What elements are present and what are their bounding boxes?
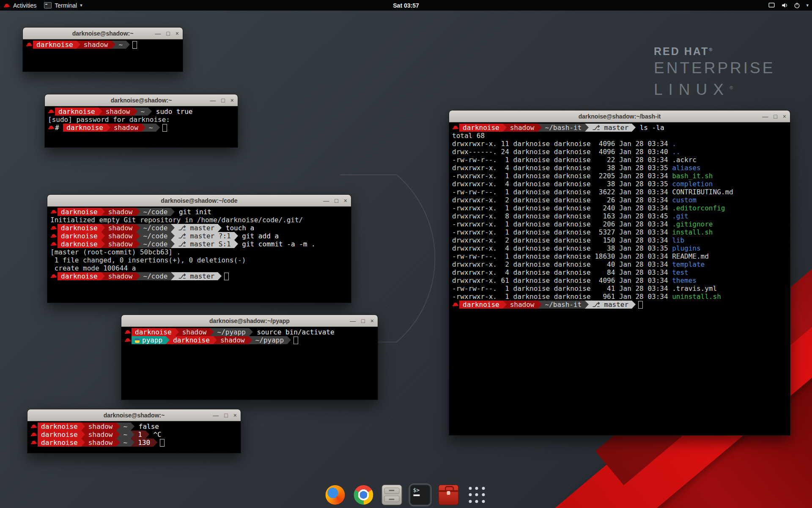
close-button[interactable]: × [230, 97, 234, 103]
terminal-content[interactable]: darknoiseshadow~/pyapp source bin/activa… [121, 327, 378, 400]
close-button[interactable]: × [176, 30, 179, 36]
output-line: -rwxrwxr-x. 1 darknoise darknoise 5327 J… [452, 228, 787, 236]
prompt-line: darknoiseshadow~ false [30, 422, 238, 431]
directory-name: aliases [672, 164, 700, 172]
output-text: -rwxrwxr-x. 1 darknoise darknoise 5327 J… [452, 228, 672, 236]
output-text: -rwxrwxr-x. 1 darknoise darknoise 240 Ja… [452, 204, 672, 212]
powerline-separator [101, 208, 105, 216]
titlebar[interactable]: darknoise@shadow:~/code—□× [47, 195, 351, 207]
prompt-segment-host: shadow [105, 232, 136, 240]
dock-item-files[interactable] [381, 483, 403, 506]
maximize-button[interactable]: □ [335, 198, 338, 204]
terminal-cursor-bar [414, 494, 420, 496]
powerline-separator [171, 272, 175, 280]
system-status-area[interactable]: ▾ [768, 0, 809, 11]
powerline-separator [218, 224, 222, 232]
maximize-button[interactable]: □ [221, 97, 225, 103]
prompt-segment-user: darknoise [58, 272, 101, 280]
minimize-button[interactable]: — [155, 30, 161, 36]
powerline-separator [218, 272, 222, 280]
dock-item-firefox[interactable] [324, 483, 347, 506]
terminal-content[interactable]: darknoiseshadow~ falsedarknoiseshadow~1 … [27, 421, 241, 453]
powerline-separator [107, 124, 110, 132]
dock-item-terminal[interactable]: $> [409, 483, 432, 506]
maximize-button[interactable]: □ [361, 318, 365, 324]
terminal-window: darknoise@shadow:~—□×darknoiseshadow~ [22, 27, 183, 72]
window-controls: —□× [210, 94, 234, 106]
close-button[interactable]: × [233, 412, 237, 418]
terminal-content[interactable]: darknoiseshadow~/code git initInitialize… [47, 207, 351, 303]
titlebar[interactable]: darknoise@shadow:~/pyapp—□× [121, 315, 378, 327]
output-line: [master (root-commit) 50bcb63] . [50, 248, 348, 256]
powerline-separator [287, 336, 291, 344]
titlebar[interactable]: darknoise@shadow:~—□× [45, 94, 238, 106]
terminal-content[interactable]: darknoiseshadow~ [23, 39, 183, 72]
powerline-separator [171, 232, 175, 240]
prompt-segment-user: darknoise [33, 41, 77, 49]
redhat-icon [124, 336, 132, 344]
maximize-button[interactable]: □ [774, 113, 777, 119]
terminal-content[interactable]: darknoiseshadow~ sudo true[sudo] passwor… [45, 106, 238, 147]
command-text: git init [175, 208, 211, 216]
powerline-separator [136, 272, 140, 280]
prompt-segment-path: ~/code [140, 240, 171, 248]
minimize-button[interactable]: — [213, 412, 219, 418]
executable-name: uninstall.sh [672, 293, 721, 301]
powerline-separator [248, 336, 252, 344]
close-button[interactable]: × [344, 198, 347, 204]
dock-item-show-applications[interactable] [466, 483, 488, 506]
app-menu-terminal[interactable]: Terminal ▾ [44, 0, 82, 11]
output-text: drwxrwxr-x. 61 darknoise darknoise 4096 … [452, 276, 672, 284]
powerline-separator [213, 336, 217, 344]
terminal-content[interactable]: darknoiseshadow~/bash-it⎇ master ls -lat… [449, 122, 790, 435]
powerline-separator [112, 41, 115, 49]
command-text: ^C [149, 431, 162, 439]
window-title: darknoise@shadow:~ [111, 97, 172, 104]
titlebar[interactable]: darknoise@shadow:~/bash-it—□× [449, 110, 790, 122]
minimize-button[interactable]: — [323, 198, 329, 204]
dock-item-toolbox[interactable] [437, 483, 460, 506]
toolbox-latch [447, 491, 450, 495]
output-line: drwxrwxr-x. 4 darknoise darknoise 84 Jan… [452, 268, 787, 276]
prompt-segment-path: ~ [137, 108, 148, 116]
powerline-separator [131, 431, 134, 439]
prompt-segment-host: shadow [507, 301, 538, 309]
titlebar[interactable]: darknoise@shadow:~—□× [23, 28, 183, 39]
powerline-separator [503, 124, 507, 132]
close-button[interactable]: × [783, 113, 786, 119]
firefox-icon [326, 485, 345, 505]
prompt-segment-user: darknoise [38, 422, 81, 431]
titlebar[interactable]: darknoise@shadow:~—□× [27, 409, 241, 421]
redhat-icon [50, 232, 58, 240]
output-text: drwxrwxr-x. 11 darknoise darknoise 4096 … [452, 140, 672, 148]
prompt-segment-user: darknoise [58, 208, 101, 216]
terminal-cursor [224, 273, 229, 280]
command-text: touch a [222, 224, 254, 232]
dock-item-chrome[interactable] [352, 483, 375, 506]
powerline-separator [116, 422, 120, 431]
redhat-icon [50, 240, 58, 248]
close-button[interactable]: × [370, 318, 374, 324]
prompt-segment-host: shadow [105, 224, 136, 232]
prompt-line: darknoiseshadow~130 [30, 439, 238, 447]
output-line: -rwxrwxr-x. 1 darknoise darknoise 206 Ja… [452, 220, 787, 228]
redhat-icon [124, 328, 132, 336]
clock[interactable]: Sat 03:57 [393, 2, 419, 9]
directory-name: themes [672, 276, 697, 284]
prompt-segment-host: shadow [85, 439, 116, 447]
prompt-segment-git: ⎇ master S:1 [175, 240, 234, 248]
redhat-icon [30, 431, 38, 439]
output-line: 1 file changed, 0 insertions(+), 0 delet… [50, 256, 348, 264]
minimize-button[interactable]: — [210, 97, 216, 103]
maximize-button[interactable]: □ [166, 30, 170, 36]
activities-button[interactable]: Activities [0, 0, 36, 11]
output-text: -rw-rw-r--. 1 darknoise darknoise 41 Jan… [452, 284, 672, 293]
prompt-segment-path: ~/code [140, 208, 171, 216]
minimize-button[interactable]: — [762, 113, 768, 119]
powerline-separator [538, 124, 542, 132]
minimize-button[interactable]: — [350, 318, 356, 324]
chrome-icon [354, 485, 373, 505]
output-text: drwxrwxr-x. 4 darknoise darknoise 38 Jan… [452, 244, 672, 252]
maximize-button[interactable]: □ [224, 412, 228, 418]
output-text: .ackrc [672, 156, 697, 164]
